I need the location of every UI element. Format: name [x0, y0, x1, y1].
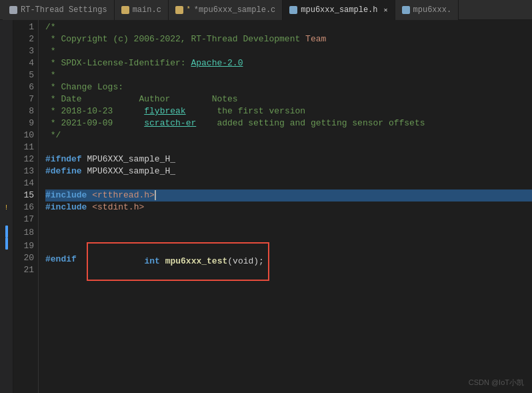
tab-label-mpu-sample-h: mpu6xxx_sample.h [301, 5, 377, 15]
code-line-1: /* [45, 21, 532, 33]
ln-6: 6 [13, 81, 34, 93]
gutter-indicator-11 [2, 141, 11, 153]
ln-14: 14 [13, 177, 34, 189]
ln-9: 9 [13, 117, 34, 129]
code-line-17 [45, 214, 532, 226]
tab-rt-thread-settings[interactable]: RT-Thread Settings [3, 0, 115, 20]
ln-11: 11 [13, 141, 34, 153]
code-line-13: #define MPU6XXX_sample_H_ [45, 165, 532, 177]
watermark: CSDN @IoT小凯 [469, 378, 524, 388]
tab-close-button[interactable]: ✕ [384, 6, 388, 14]
tab-modified-star: * [187, 6, 191, 13]
h-file-icon-sample-h [289, 6, 297, 14]
code-line-11 [45, 141, 532, 153]
ln-2: 2 [13, 33, 34, 45]
tab-label-mpu-h: mpu6xxx. [413, 5, 452, 15]
ln-19: 19 [13, 240, 34, 252]
tab-mpu-sample-c[interactable]: **mpu6xxx_sample.c [169, 0, 283, 20]
gutter-indicator-1 [2, 21, 11, 33]
gutter-indicator-2 [2, 33, 11, 45]
gutter-indicator-17 [2, 214, 11, 226]
ln-20: 20 [13, 252, 34, 264]
gutter-indicator-4 [2, 57, 11, 69]
ln-5: 5 [13, 69, 34, 81]
left-gutter: ! [0, 20, 13, 393]
gutter-indicator-3 [2, 45, 11, 57]
tab-label-main-c: main.c [133, 5, 161, 15]
code-line-9: * 2021-09-09 scratch-er added setting an… [45, 117, 532, 129]
tab-label-mpu-sample-c: *mpu6xxx_sample.c [194, 5, 275, 15]
code-line-6: * Change Logs: [45, 81, 532, 93]
gutter-indicator-9 [2, 117, 11, 129]
ln-1: 1 [13, 21, 34, 33]
ln-17: 17 [13, 214, 34, 226]
gutter-indicator-7 [2, 93, 11, 105]
code-line-4: * SPDX-License-Identifier: Apache-2.0 [45, 57, 532, 69]
code-line-21 [45, 266, 532, 278]
tab-mpu-h[interactable]: mpu6xxx. [395, 0, 459, 20]
ln-12: 12 [13, 153, 34, 165]
gutter-indicator-8 [2, 105, 11, 117]
gutter-indicator-10 [2, 129, 11, 141]
gutter-indicator-14 [2, 177, 11, 189]
gutter-indicator-19 [5, 238, 8, 250]
ln-18: 18 [13, 227, 34, 239]
gutter-indicator-18 [5, 226, 8, 238]
ln-3: 3 [13, 45, 34, 57]
ln-13: 13 [13, 165, 34, 177]
gutter-indicator-5 [2, 69, 11, 81]
editor-wrapper: 1 2 3 4 5 6 7 8 9 10 11 12 13 14 15 16 1… [13, 20, 532, 393]
gutter-indicator-13 [2, 165, 11, 177]
code-line-8: * 2018-10-23 flybreak the first version [45, 105, 532, 117]
ln-8: 8 [13, 105, 34, 117]
gutter-indicator-16: ! [2, 202, 11, 214]
c-file-icon-sample-c [175, 6, 183, 14]
code-line-12: #ifndef MPU6XXX_sample_H_ [45, 153, 532, 165]
code-editor[interactable]: /* * Copyright (c) 2006-2022, RT-Thread … [39, 20, 532, 393]
code-line-16: #include <stdint.h> [45, 202, 532, 214]
tab-mpu-sample-h[interactable]: mpu6xxx_sample.h ✕ [283, 0, 395, 20]
tab-main-c[interactable]: main.c [115, 0, 169, 20]
code-line-19 [45, 242, 532, 254]
settings-file-icon [9, 6, 17, 14]
code-line-15: #include <rtthread.h> [45, 189, 532, 202]
ln-21: 21 [13, 264, 34, 276]
code-line-10: */ [45, 129, 532, 141]
c-file-icon-main [121, 6, 129, 14]
code-line-2: * Copyright (c) 2006-2022, RT-Thread Dev… [45, 33, 532, 45]
code-line-5: * [45, 69, 532, 81]
gutter-indicator-6 [2, 81, 11, 93]
gutter-indicator-15 [2, 189, 11, 202]
ln-16: 16 [13, 202, 34, 214]
ln-15: 15 [13, 189, 34, 202]
code-line-7: * Date Author Notes [45, 93, 532, 105]
ln-4: 4 [13, 57, 34, 69]
gutter-indicator-12 [2, 153, 11, 165]
line-numbers: 1 2 3 4 5 6 7 8 9 10 11 12 13 14 15 16 1… [13, 20, 39, 393]
editor-main: ! 1 2 3 4 5 6 7 8 9 10 11 12 13 14 15 16… [0, 20, 532, 393]
code-line-14 [45, 177, 532, 189]
code-line-20: #endif [45, 254, 532, 266]
code-line-18: int mpu6xxx_test(void); [45, 226, 532, 242]
tab-bar: RT-Thread Settings main.c **mpu6xxx_samp… [0, 0, 532, 20]
code-line-3: * [45, 45, 532, 57]
h-file-icon-mpu [402, 6, 410, 14]
ln-7: 7 [13, 93, 34, 105]
ln-10: 10 [13, 129, 34, 141]
tab-label-settings: RT-Thread Settings [21, 5, 107, 15]
